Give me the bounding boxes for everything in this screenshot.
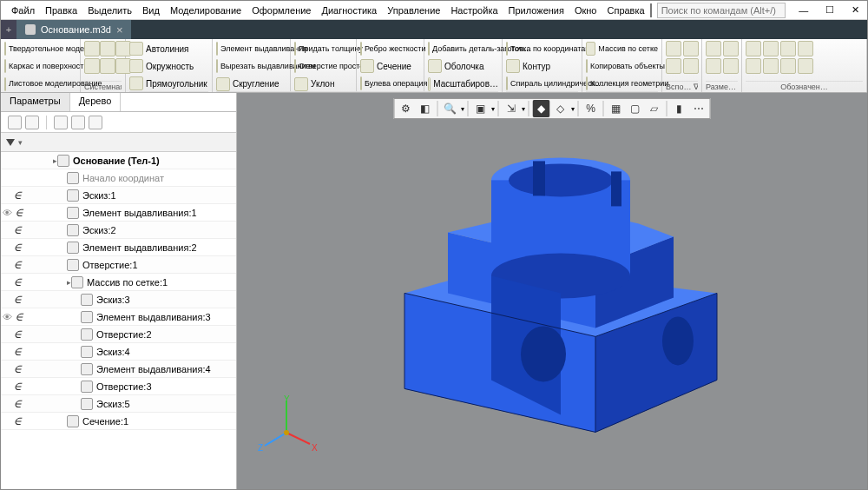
command-search-input[interactable] [657, 3, 786, 18]
tree-row[interactable]: ∈Отверстие:1 [1, 256, 236, 274]
vp-grid-icon[interactable]: ▦ [608, 100, 625, 117]
window-close-button[interactable]: ✕ [843, 2, 868, 19]
tree-row[interactable]: ∈Эскиз:2 [1, 222, 236, 239]
new-tab-button[interactable]: + [1, 20, 16, 39]
cmd-spiral[interactable]: Спираль цилиндрическ… [506, 76, 578, 91]
cmd-section[interactable]: Сечение [360, 58, 420, 74]
annot-icon[interactable] [798, 58, 813, 74]
window-minimize-button[interactable]: — [791, 2, 817, 19]
dim-icon[interactable] [723, 41, 739, 56]
cmd-copy[interactable]: Копировать объекты [586, 58, 658, 74]
tree-icon[interactable] [25, 116, 39, 129]
cmd-point[interactable]: Точка по координатам [506, 41, 578, 56]
vp-box-icon[interactable]: ▢ [627, 100, 644, 117]
cmd-cut-extrude[interactable]: Вырезать выдавливанием [216, 58, 286, 74]
tree-row[interactable]: ▸ Основание (Тел-1) [1, 152, 236, 169]
vp-perc-icon[interactable]: % [582, 100, 600, 117]
aux-icon[interactable] [683, 41, 699, 56]
annot-icon[interactable] [798, 41, 813, 56]
sys-icon[interactable] [100, 58, 115, 74]
menu-draft[interactable]: Оформление [247, 3, 316, 17]
dim-icon[interactable] [706, 41, 721, 56]
cmd-hole[interactable]: Отверстие простое [294, 58, 352, 74]
visibility-icon[interactable]: 👁 [3, 208, 12, 218]
menu-select[interactable]: Выделить [82, 3, 137, 17]
annot-icon[interactable] [763, 41, 779, 56]
vp-zoom-icon[interactable]: 🔍 [442, 100, 459, 117]
aux-icon[interactable] [666, 58, 681, 74]
tree-icon[interactable] [71, 116, 85, 129]
tree-row[interactable]: ∈Эскиз:4 [1, 343, 236, 361]
cmd-contour[interactable]: Контур [506, 58, 578, 74]
cmd-boolean[interactable]: Булева операция [360, 76, 420, 91]
document-tab-active[interactable]: Основание.m3d × [16, 20, 131, 39]
tree-row[interactable]: ∈Эскиз:1 [1, 187, 236, 204]
vp-axis-icon[interactable]: ⇲ [503, 100, 520, 117]
3d-viewport[interactable]: ⚙ ◧ 🔍▾ ▣▾ ⇲▾ ◆ ◇▾ % ▦ ▢ ▱ ▮ ⋯ [237, 93, 867, 489]
tab-close-icon[interactable]: × [116, 23, 123, 36]
tree-row[interactable]: ∈Сечение:1 [1, 413, 236, 430]
tree-row[interactable]: ∈Отверстие:2 [1, 326, 236, 343]
vp-settings-icon[interactable]: ⚙ [398, 100, 415, 117]
menu-apps[interactable]: Приложения [503, 3, 569, 17]
vp-wire-icon[interactable]: ◇ [552, 100, 569, 117]
cmd-add-part[interactable]: Добавить деталь-заготов… [428, 41, 498, 56]
vp-shade-icon[interactable]: ◆ [533, 100, 550, 117]
menu-window[interactable]: Окно [569, 3, 602, 17]
sys-icon[interactable] [84, 58, 100, 74]
tree-row[interactable]: ∈Эскиз:3 [1, 291, 236, 308]
sys-icon[interactable] [84, 41, 100, 56]
vp-orient-icon[interactable]: ▣ [472, 100, 490, 117]
tree-row[interactable]: ∈Отверстие:3 [1, 378, 236, 395]
tree-row[interactable]: ∈Эскиз:5 [1, 395, 236, 413]
aux-icon[interactable] [683, 58, 699, 74]
cmd-draft[interactable]: Уклон [294, 76, 352, 92]
dim-icon[interactable] [706, 58, 721, 74]
annot-icon[interactable] [780, 41, 796, 56]
tree-row[interactable]: ∈Элемент выдавливания:4 [1, 361, 236, 378]
tree-icon[interactable] [89, 116, 102, 129]
cmd-shell[interactable]: Оболочка [428, 58, 498, 74]
menu-file[interactable]: Файл [6, 3, 40, 17]
tree-icon[interactable] [54, 116, 68, 129]
panel-tab-params[interactable]: Параметры [1, 93, 70, 111]
annot-icon[interactable] [780, 58, 796, 74]
menu-help[interactable]: Справка [602, 3, 649, 17]
cmd-rib[interactable]: Ребро жесткости [360, 41, 420, 56]
cmd-circle[interactable]: Окружность [129, 58, 208, 74]
panel-tab-tree[interactable]: Дерево [70, 93, 122, 111]
tree-row[interactable]: ∈▸ Массив по сетке:1 [1, 274, 236, 291]
annot-icon[interactable] [746, 41, 761, 56]
cmd-scale[interactable]: Масштабиров… [428, 76, 498, 92]
cmd-pattern[interactable]: Массив по сетке [586, 41, 658, 56]
tree-row[interactable]: 👁∈Элемент выдавливания:1 [1, 204, 236, 222]
vp-plane-icon[interactable]: ▱ [646, 100, 663, 117]
annot-icon[interactable] [763, 58, 779, 74]
tree-row[interactable]: Начало координат [1, 169, 236, 187]
layout-icon[interactable] [650, 3, 652, 17]
menu-settings[interactable]: Настройка [445, 3, 503, 17]
annot-icon[interactable] [746, 58, 761, 74]
tree-icon[interactable] [8, 116, 22, 129]
cmd-rectangle[interactable]: Прямоугольник [129, 76, 208, 91]
vp-view-icon[interactable]: ◧ [417, 100, 434, 117]
cmd-extrude[interactable]: Элемент выдавливания [216, 41, 286, 56]
menu-edit[interactable]: Правка [40, 3, 82, 17]
sys-icon[interactable] [100, 41, 115, 56]
visibility-icon[interactable]: 👁 [3, 312, 12, 322]
mode-sheet[interactable]: Листовое моделирование [4, 76, 76, 92]
menu-view[interactable]: Вид [137, 3, 165, 17]
menu-model[interactable]: Моделирование [165, 3, 247, 17]
menu-diag[interactable]: Диагностика [316, 3, 382, 17]
window-maximize-button[interactable]: ☐ [817, 2, 843, 19]
vp-stop-icon[interactable]: ▮ [671, 100, 688, 117]
cmd-autoline[interactable]: Автолиния [129, 41, 208, 56]
feature-tree[interactable]: ▸ Основание (Тел-1) Начало координат ∈Эс… [1, 152, 236, 489]
menu-manage[interactable]: Управление [382, 3, 445, 17]
tree-row[interactable]: 👁∈Элемент выдавливания:3 [1, 308, 236, 326]
vp-misc-icon[interactable]: ⋯ [690, 100, 707, 117]
aux-icon[interactable] [666, 41, 681, 56]
mode-solid[interactable]: Твердотельное моделирование [4, 41, 76, 56]
tree-filter-bar[interactable]: ▾ [1, 133, 236, 152]
tree-row[interactable]: ∈Элемент выдавливания:2 [1, 239, 236, 256]
